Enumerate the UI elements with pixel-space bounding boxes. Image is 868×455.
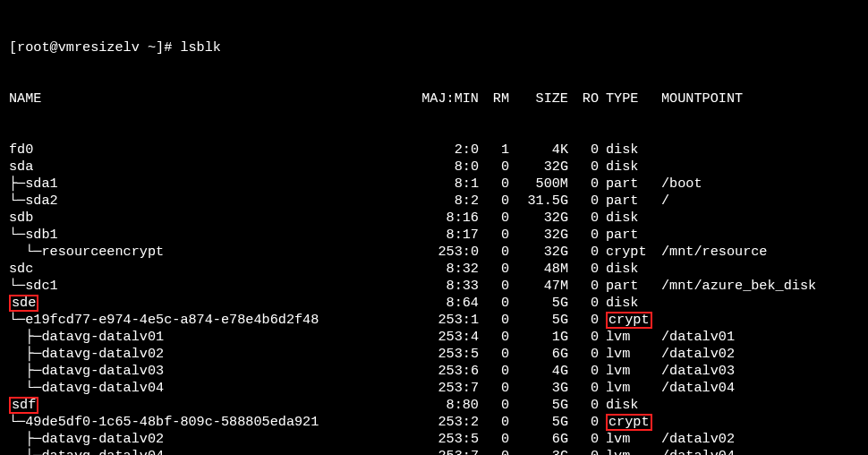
lsblk-rows: fd02:014K0disksda8:0032G0disk├─sda18:105… [9, 142, 861, 455]
prompt-line: [root@vmresizelv ~]# lsblk [9, 39, 861, 56]
cell-name: └─sdc1 [9, 278, 403, 295]
cell-rm: 0 [482, 176, 513, 193]
cell-size: 1G [513, 329, 572, 346]
cell-rm: 0 [482, 193, 513, 210]
cell-maj: 8:33 [403, 278, 482, 295]
cell-ro: 0 [572, 380, 602, 397]
cell-ro: 0 [572, 414, 602, 431]
cell-rm: 0 [482, 295, 513, 312]
hdr-name: NAME [9, 90, 403, 107]
cell-maj: 253:0 [403, 244, 482, 261]
cell-ro: 0 [572, 431, 602, 448]
cell-rm: 0 [482, 261, 513, 278]
cell-maj: 253:5 [403, 431, 482, 448]
highlight-box: crypt [606, 312, 652, 329]
cell-mnt: /datalv02 [658, 431, 861, 448]
cell-size: 48M [513, 261, 572, 278]
cell-name: sda [9, 159, 403, 176]
cell-rm: 0 [482, 159, 513, 176]
highlight-box: sde [9, 295, 38, 312]
cell-type: disk [602, 142, 658, 159]
cell-maj: 8:1 [403, 176, 482, 193]
lsblk-row: └─sdc18:33047M0part/mnt/azure_bek_disk [9, 278, 861, 295]
cell-rm: 0 [482, 363, 513, 380]
cell-ro: 0 [572, 278, 602, 295]
lsblk-row: ├─datavg-datalv01253:401G0lvm/datalv01 [9, 329, 861, 346]
lsblk-row: └─sda28:2031.5G0part/ [9, 193, 861, 210]
cell-type: disk [602, 295, 658, 312]
cell-type: disk [602, 397, 658, 414]
cell-type: part [602, 176, 658, 193]
cell-ro: 0 [572, 227, 602, 244]
cell-name: └─datavg-datalv04 [9, 448, 403, 455]
cell-size: 5G [513, 295, 572, 312]
cell-ro: 0 [572, 244, 602, 261]
cell-maj: 8:17 [403, 227, 482, 244]
cell-ro: 0 [572, 346, 602, 363]
cell-ro: 0 [572, 176, 602, 193]
cell-maj: 253:5 [403, 346, 482, 363]
cell-ro: 0 [572, 397, 602, 414]
cell-maj: 253:7 [403, 380, 482, 397]
cell-name: sdc [9, 261, 403, 278]
cell-size: 5G [513, 312, 572, 329]
cell-type: lvm [602, 329, 658, 346]
cell-maj: 253:2 [403, 414, 482, 431]
cell-size: 6G [513, 431, 572, 448]
cell-mnt: / [658, 193, 861, 210]
cell-size: 4G [513, 363, 572, 380]
lsblk-row: fd02:014K0disk [9, 142, 861, 159]
lsblk-row: ├─datavg-datalv02253:506G0lvm/datalv02 [9, 346, 861, 363]
cell-type: crypt [602, 312, 658, 329]
hdr-maj: MAJ:MIN [403, 90, 482, 107]
highlight-box: crypt [606, 414, 652, 431]
cell-type: lvm [602, 448, 658, 455]
cell-maj: 8:32 [403, 261, 482, 278]
cell-type: disk [602, 261, 658, 278]
cell-rm: 0 [482, 329, 513, 346]
cell-rm: 0 [482, 278, 513, 295]
cell-size: 4K [513, 142, 572, 159]
cell-size: 5G [513, 414, 572, 431]
cell-name: └─sdb1 [9, 227, 403, 244]
lsblk-row: └─sdb18:17032G0part [9, 227, 861, 244]
cell-maj: 8:0 [403, 159, 482, 176]
cell-size: 32G [513, 159, 572, 176]
cell-mnt: /datalv01 [658, 329, 861, 346]
cell-maj: 253:6 [403, 363, 482, 380]
cell-size: 32G [513, 244, 572, 261]
cell-mnt: /datalv03 [658, 363, 861, 380]
cell-ro: 0 [572, 142, 602, 159]
lsblk-row: sda8:0032G0disk [9, 159, 861, 176]
hdr-rm: RM [482, 90, 513, 107]
cell-type: part [602, 193, 658, 210]
cell-name: sde [9, 295, 403, 312]
cell-size: 47M [513, 278, 572, 295]
lsblk-row: sdc8:32048M0disk [9, 261, 861, 278]
cell-ro: 0 [572, 295, 602, 312]
cell-rm: 0 [482, 312, 513, 329]
cell-mnt: /mnt/resource [658, 244, 861, 261]
lsblk-row: ├─datavg-datalv02253:506G0lvm/datalv02 [9, 431, 861, 448]
cell-mnt: /datalv04 [658, 380, 861, 397]
cell-ro: 0 [572, 193, 602, 210]
cell-size: 3G [513, 380, 572, 397]
hdr-mnt: MOUNTPOINT [658, 90, 861, 107]
cell-rm: 1 [482, 142, 513, 159]
cell-maj: 253:4 [403, 329, 482, 346]
cell-name: └─e19fcd77-e974-4e5c-a874-e78e4b6d2f48 [9, 312, 403, 329]
cell-maj: 8:80 [403, 397, 482, 414]
cell-name: └─resourceencrypt [9, 244, 403, 261]
cell-rm: 0 [482, 414, 513, 431]
cell-size: 32G [513, 210, 572, 227]
cell-name: ├─datavg-datalv03 [9, 363, 403, 380]
cell-mnt: /datalv04 [658, 448, 861, 455]
lsblk-row: sdb8:16032G0disk [9, 210, 861, 227]
cell-maj: 8:16 [403, 210, 482, 227]
cell-name: ├─datavg-datalv02 [9, 431, 403, 448]
cell-rm: 0 [482, 431, 513, 448]
cell-name: sdf [9, 397, 403, 414]
lsblk-row: ├─datavg-datalv03253:604G0lvm/datalv03 [9, 363, 861, 380]
cell-ro: 0 [572, 363, 602, 380]
cell-maj: 8:2 [403, 193, 482, 210]
